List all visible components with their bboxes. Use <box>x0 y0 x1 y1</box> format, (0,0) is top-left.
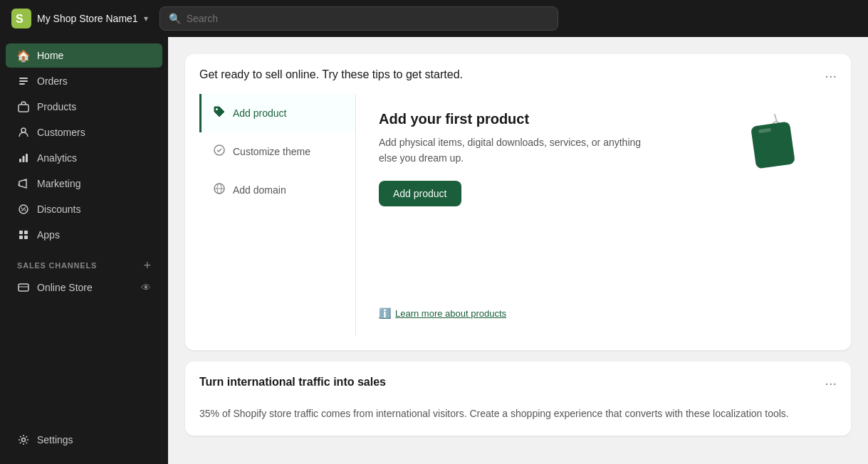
main-layout: 🏠 Home Orders Products Customers Anal <box>0 37 868 464</box>
svg-rect-4 <box>19 83 25 85</box>
search-input[interactable] <box>187 13 549 24</box>
settings-icon <box>17 433 30 446</box>
tip-detail-header: Add your first product Add physical item… <box>379 111 814 206</box>
card2-header: Turn international traffic into sales ··… <box>199 376 837 394</box>
sidebar: 🏠 Home Orders Products Customers Anal <box>0 37 168 464</box>
shopify-logo-icon: S <box>11 9 31 28</box>
tips-list: Add product Customize theme Add domain <box>199 94 356 336</box>
svg-point-19 <box>216 108 218 110</box>
sidebar-item-label: Analytics <box>37 152 77 164</box>
sidebar-item-label: Orders <box>37 75 68 87</box>
svg-rect-17 <box>19 284 28 291</box>
sidebar-item-orders[interactable]: Orders <box>6 69 162 93</box>
sidebar-item-discounts[interactable]: Discounts <box>6 197 162 221</box>
sidebar-bottom: Settings <box>0 427 168 458</box>
sidebar-item-marketing[interactable]: Marketing <box>6 172 162 196</box>
tip-label: Add product <box>233 107 287 119</box>
svg-rect-13 <box>19 231 23 234</box>
info-icon: ℹ️ <box>379 307 391 319</box>
svg-rect-3 <box>19 80 28 82</box>
sidebar-item-products[interactable]: Products <box>6 95 162 119</box>
tip-label: Customize theme <box>233 146 310 157</box>
sidebar-item-label: Marketing <box>37 178 80 189</box>
top-header: S My Shop Store Name1 ▾ 🔍 <box>0 0 868 37</box>
add-sales-channel-button[interactable]: + <box>143 259 151 272</box>
brand-section[interactable]: S My Shop Store Name1 ▾ <box>11 9 148 28</box>
sidebar-item-online-store[interactable]: Online Store 👁 <box>6 275 162 300</box>
search-icon: 🔍 <box>169 13 181 24</box>
search-bar[interactable]: 🔍 <box>160 6 558 31</box>
sidebar-item-home[interactable]: 🏠 Home <box>6 43 162 68</box>
customize-icon <box>213 144 226 159</box>
sidebar-item-label: Products <box>37 101 76 112</box>
add-product-button[interactable]: Add product <box>379 181 461 206</box>
tag-svg-illustration <box>736 111 807 189</box>
online-store-label: Online Store <box>37 282 93 293</box>
sidebar-item-label: Discounts <box>37 204 80 215</box>
tag-icon <box>213 105 226 121</box>
svg-rect-15 <box>19 236 23 239</box>
card2-description: 35% of Shopify store traffic comes from … <box>199 406 837 421</box>
dropdown-icon[interactable]: ▾ <box>144 14 148 23</box>
sidebar-item-label: Customers <box>37 127 85 138</box>
learn-more-label: Learn more about products <box>395 308 506 319</box>
svg-rect-2 <box>19 78 28 79</box>
home-icon: 🏠 <box>17 49 30 62</box>
international-traffic-card: Turn international traffic into sales ··… <box>185 362 851 436</box>
learn-more-link[interactable]: ℹ️ Learn more about products <box>379 299 814 319</box>
tip-item-add-product[interactable]: Add product <box>199 94 355 132</box>
tips-layout: Add product Customize theme Add domain <box>199 94 837 336</box>
domain-icon <box>213 182 226 198</box>
getting-started-card: Get ready to sell online. Try these tips… <box>185 54 851 350</box>
tip-label: Add domain <box>233 184 286 196</box>
sidebar-item-analytics[interactable]: Analytics <box>6 146 162 170</box>
svg-rect-8 <box>23 156 25 162</box>
online-store-icon <box>17 281 30 294</box>
sales-channels-section: SALES CHANNELS + <box>6 251 162 275</box>
svg-rect-7 <box>19 159 21 162</box>
card2-menu-button[interactable]: ··· <box>825 376 837 390</box>
svg-rect-5 <box>19 105 28 112</box>
apps-icon <box>17 228 30 241</box>
main-content: Get ready to sell online. Try these tips… <box>168 37 868 464</box>
online-store-left: Online Store <box>17 281 93 294</box>
product-illustration <box>728 111 814 189</box>
tip-detail-title: Add your first product <box>379 111 649 127</box>
analytics-icon <box>17 152 30 164</box>
svg-text:S: S <box>16 13 23 25</box>
svg-point-12 <box>25 210 26 211</box>
tip-detail: Add your first product Add physical item… <box>356 94 837 336</box>
svg-point-6 <box>21 128 26 132</box>
svg-rect-26 <box>751 121 795 169</box>
svg-rect-9 <box>26 154 28 162</box>
sidebar-item-customers[interactable]: Customers <box>6 120 162 144</box>
svg-rect-14 <box>24 231 28 234</box>
card-header: Get ready to sell online. Try these tips… <box>199 68 837 83</box>
tip-detail-desc: Add physical items, digital downloads, s… <box>379 135 649 167</box>
tip-item-add-domain[interactable]: Add domain <box>199 171 355 209</box>
tip-item-customize-theme[interactable]: Customize theme <box>199 132 355 171</box>
svg-point-18 <box>22 438 26 442</box>
store-name: My Shop Store Name1 <box>37 13 138 24</box>
card-title: Get ready to sell online. Try these tips… <box>199 68 463 81</box>
products-icon <box>17 100 30 113</box>
marketing-icon <box>17 177 30 190</box>
sidebar-item-label: Apps <box>37 229 60 241</box>
customers-icon <box>17 126 30 139</box>
sidebar-item-apps[interactable]: Apps <box>6 223 162 247</box>
svg-point-11 <box>21 208 23 209</box>
sidebar-item-settings[interactable]: Settings <box>6 428 162 452</box>
orders-icon <box>17 75 30 88</box>
visibility-icon[interactable]: 👁 <box>141 282 151 293</box>
sidebar-item-label: Settings <box>37 434 73 445</box>
card2-title: Turn international traffic into sales <box>199 376 386 389</box>
sidebar-item-label: Home <box>37 50 63 61</box>
svg-rect-16 <box>24 236 28 239</box>
card-menu-button[interactable]: ··· <box>825 68 837 83</box>
discounts-icon <box>17 203 30 216</box>
sales-channels-label: SALES CHANNELS <box>17 261 97 270</box>
tip-detail-content: Add your first product Add physical item… <box>379 111 649 206</box>
